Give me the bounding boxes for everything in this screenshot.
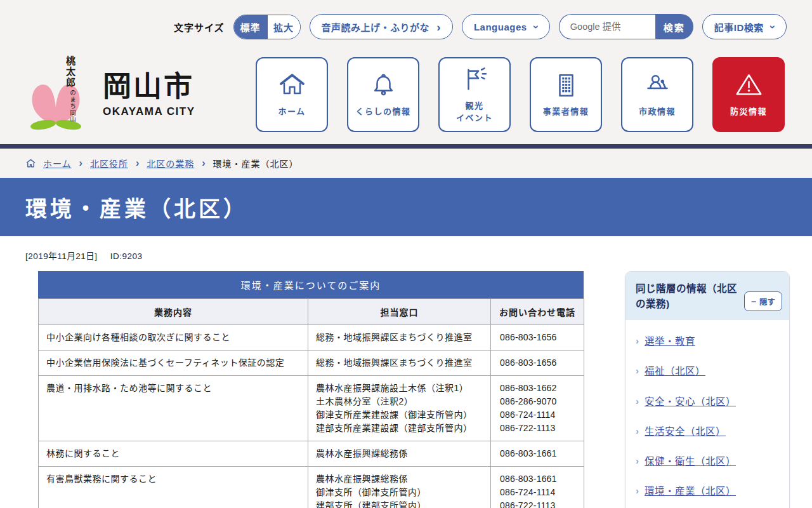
cell-task: 中小企業信用保険法に基づくセーフティネット保証の認定 — [39, 351, 308, 376]
table-row: 林務に関すること農林水産振興課総務係086-803-1661 — [39, 441, 584, 467]
article-id-search-label: 記事ID検索 — [714, 20, 764, 34]
table-header-row: 業務内容 担当窓口 お問い合わせ電話 — [39, 299, 584, 325]
site-header: 文字サイズ 標準 拡大 音声読み上げ・ふりがな › Languages › 検索… — [0, 0, 812, 149]
cell-desk: 農林水産振興課施設土木係（注釈1）土木農林分室（注釈2）御津支所産業建設課（御津… — [308, 376, 491, 441]
brand-row: 桃太郎 のまち岡山 岡山市 OKAYAMA CITY ホーム — [0, 39, 812, 135]
publish-date: [2019年11月21日] — [25, 251, 98, 261]
nav-disaster-info-button[interactable]: 防災情報 — [712, 57, 785, 132]
site-search: 検索 — [559, 14, 693, 39]
cell-phone: 086-803-1656 — [491, 325, 584, 351]
nav-home-button[interactable]: ホーム — [256, 57, 328, 132]
bell-icon — [369, 71, 398, 100]
chevron-down-icon: › — [767, 25, 778, 29]
breadcrumb-separator: › — [202, 157, 205, 169]
nav-label: くらしの情報 — [355, 105, 410, 118]
table-row: 農道・用排水路・ため池等に関すること農林水産振興課施設土木係（注釈1）土木農林分… — [39, 376, 584, 441]
sidebar-links-list: ›選挙・教育›福祉（北区）›安全・安心（北区）›生活安全（北区）›保健・衛生（北… — [625, 320, 789, 508]
chevron-right-icon: › — [436, 21, 441, 33]
voice-reading-button[interactable]: 音声読み上げ・ふりがな › — [310, 14, 453, 39]
languages-label: Languages — [474, 22, 527, 32]
utility-toolbar: 文字サイズ 標準 拡大 音声読み上げ・ふりがな › Languages › 検索… — [0, 0, 812, 39]
cell-task: 林務に関すること — [39, 441, 308, 467]
font-size-large-button[interactable]: 拡大 — [267, 15, 300, 39]
warning-icon — [735, 71, 763, 100]
nav-label: 防災情報 — [730, 105, 767, 118]
nav-living-info-button[interactable]: くらしの情報 — [347, 57, 419, 132]
cell-task: 有害鳥獣業務に関すること — [39, 467, 308, 508]
column-header-task: 業務内容 — [39, 299, 308, 325]
sidebar-link[interactable]: 安全・安心（北区） — [645, 394, 736, 409]
home-icon — [278, 71, 306, 100]
cell-task: 農道・用排水路・ため池等に関すること — [39, 376, 308, 441]
guide-table: 環境・産業についてのご案内 業務内容 担当窓口 お問い合わせ電話 中小企業向け各… — [38, 271, 584, 508]
reception-icon — [643, 71, 672, 100]
sidebar-link-item: ›保健・衛生（北区） — [636, 446, 779, 476]
breadcrumb-link[interactable]: ホーム — [43, 157, 72, 170]
nav-label: ホーム — [278, 105, 305, 118]
table-row: 中小企業信用保険法に基づくセーフティネット保証の認定総務・地域振興課区まちづくり… — [39, 351, 584, 376]
chevron-right-icon: › — [636, 334, 639, 349]
sidebar-link-item: ›生活安全（北区） — [636, 417, 779, 446]
sidebar-link-item: ›環境・産業（北区） — [636, 476, 779, 506]
breadcrumb-separator: › — [136, 157, 139, 169]
nav-label: 観光イベント — [456, 100, 493, 124]
chevron-right-icon: › — [636, 364, 639, 378]
sidebar-hide-button[interactable]: − 隠す — [744, 291, 782, 311]
breadcrumb: ホーム›北区役所›北区の業務›環境・産業（北区） — [0, 149, 812, 178]
sidebar-header: 同じ階層の情報（北区の業務) − 隠す — [625, 272, 789, 320]
nav-label: 市政情報 — [639, 105, 676, 118]
breadcrumb-link[interactable]: 北区の業務 — [147, 157, 194, 170]
sidebar-link-item: ›福祉（北区） — [636, 356, 779, 386]
nav-label: 事業者情報 — [543, 105, 589, 118]
search-input[interactable] — [559, 14, 655, 39]
breadcrumb-link[interactable]: 北区役所 — [90, 157, 128, 170]
sidebar-link-item: ›選挙・教育 — [636, 326, 779, 356]
sidebar-link[interactable]: 環境・産業（北区） — [645, 484, 736, 498]
logo-city-name: 岡山市 — [103, 71, 195, 103]
page-title-banner: 環境・産業（北区） — [0, 178, 812, 236]
search-button[interactable]: 検索 — [655, 14, 693, 39]
table-caption: 環境・産業についてのご案内 — [38, 271, 584, 298]
cell-phone: 086-803-1661 — [491, 441, 584, 467]
column-header-desk: 担当窓口 — [308, 299, 491, 325]
chevron-right-icon: › — [636, 454, 639, 469]
flag-icon — [461, 65, 489, 94]
font-size-label: 文字サイズ — [174, 20, 225, 34]
page-title: 環境・産業（北区） — [25, 192, 248, 223]
logo-vertical-sub: のまち岡山 — [68, 90, 77, 123]
minus-icon: − — [751, 297, 756, 306]
site-logo[interactable]: 桃太郎 のまち岡山 岡山市 OKAYAMA CITY — [25, 57, 222, 135]
building-icon — [552, 71, 580, 100]
chevron-right-icon: › — [636, 484, 639, 498]
article-id-search-button[interactable]: 記事ID検索 › — [702, 14, 787, 39]
languages-button[interactable]: Languages › — [462, 14, 550, 39]
related-links-sidebar: 同じ階層の情報（北区の業務) − 隠す ›選挙・教育›福祉（北区）›安全・安心（… — [625, 271, 790, 508]
font-size-standard-button[interactable]: 標準 — [234, 15, 267, 39]
sidebar-link-item: ›安全・安心（北区） — [636, 387, 779, 417]
sidebar-link[interactable]: 生活安全（北区） — [645, 424, 726, 439]
sidebar-link[interactable]: 福祉（北区） — [645, 364, 705, 378]
peach-logo-icon — [25, 62, 86, 132]
page: 文字サイズ 標準 拡大 音声読み上げ・ふりがな › Languages › 検索… — [0, 0, 812, 508]
chevron-right-icon: › — [636, 394, 639, 409]
logo-city-name-en: OKAYAMA CITY — [103, 105, 195, 118]
article-id: ID:9203 — [110, 251, 143, 261]
breadcrumb-separator: › — [79, 157, 82, 169]
header-divider — [0, 144, 812, 149]
sidebar-title: 同じ階層の情報（北区の業務) — [636, 281, 742, 312]
breadcrumb-list: ホーム›北区役所›北区の業務›環境・産業（北区） — [43, 157, 299, 170]
cell-phone: 086-803-1662086-286-9070086-724-1114086-… — [491, 376, 584, 441]
cell-phone: 086-803-1656 — [491, 351, 584, 376]
logo-vertical-text: 桃太郎 のまち岡山 — [63, 56, 77, 131]
cell-desk: 農林水産振興課総務係 — [308, 441, 491, 467]
nav-city-government-button[interactable]: 市政情報 — [621, 57, 693, 132]
chevron-right-icon: › — [636, 424, 639, 439]
nav-tourism-events-button[interactable]: 観光イベント — [438, 57, 511, 132]
cell-task: 中小企業向け各種相談の取次ぎに関すること — [39, 325, 308, 351]
nav-business-info-button[interactable]: 事業者情報 — [530, 57, 602, 132]
voice-reading-label: 音声読み上げ・ふりがな — [322, 20, 430, 34]
sidebar-link[interactable]: 保健・衛生（北区） — [645, 454, 736, 469]
sidebar-link[interactable]: 選挙・教育 — [645, 334, 695, 349]
logo-titles: 岡山市 OKAYAMA CITY — [103, 71, 195, 118]
logo-vertical-main: 桃太郎 — [63, 56, 77, 88]
